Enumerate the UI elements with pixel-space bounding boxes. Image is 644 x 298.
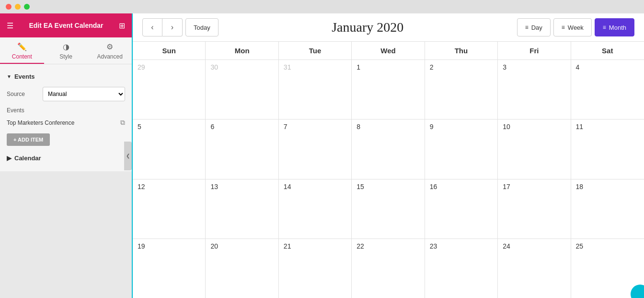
cal-cell-w0-d0[interactable]: 29 [133,60,206,119]
tab-content-label: Content [12,53,32,60]
calendar-grid: Sun Mon Tue Wed Thu Fri Sat 293031123456… [133,42,644,298]
style-tab-icon: ◑ [63,42,69,51]
cal-cell-w2-d6[interactable]: 18 [571,179,644,238]
today-button[interactable]: Today [185,18,218,36]
events-section-label: Events [14,73,35,80]
month-view-button[interactable]: ≡ Month [595,18,634,36]
cal-cell-w1-d3[interactable]: 8 [352,119,425,179]
day-header-thu: Thu [425,42,498,60]
grid-icon[interactable]: ⊞ [119,21,125,30]
cal-date: 10 [503,123,510,131]
cal-date: 13 [210,183,218,191]
cal-cell-w3-d3[interactable]: 22 [352,239,425,298]
cal-cell-w0-d2[interactable]: 31 [279,60,352,119]
event-item-name: Top Marketers Conference [7,119,74,126]
cal-date: 3 [503,63,506,71]
cal-date: 25 [576,242,584,250]
day-view-button[interactable]: ≡ Day [517,18,551,36]
cal-cell-w3-d4[interactable]: 23 [425,239,498,298]
cal-date: 9 [430,123,434,131]
cal-cell-w3-d1[interactable]: 20 [206,239,278,298]
menu-icon[interactable]: ☰ [7,21,13,30]
cal-cell-w0-d3[interactable]: 1 [352,60,425,119]
events-arrow-icon: ▼ [7,74,12,79]
cal-date: 15 [356,183,364,191]
collapse-chevron-icon: ❮ [126,153,130,158]
cal-cell-w1-d1[interactable]: 6 [206,119,278,179]
close-button[interactable] [6,4,12,10]
event-item-actions: ⧉ [120,119,125,127]
sidebar-wrapper: ☰ Edit EA Event Calendar ⊞ ✏️ Content ◑ … [0,13,132,298]
calendar-title: January 2020 [218,20,517,35]
cal-date: 4 [576,63,580,71]
source-select[interactable]: Manual Google Calendar iCal [43,87,125,101]
cal-cell-w2-d5[interactable]: 17 [498,179,571,238]
sidebar-content: ▼ Events Source Manual Google Calendar i… [0,64,132,171]
sidebar-title: Edit EA Event Calendar [29,22,103,29]
cal-cell-w1-d5[interactable]: 10 [498,119,571,179]
sidebar-collapse-handle[interactable]: ❮ [124,142,132,170]
window-chrome [0,0,644,13]
tab-style[interactable]: ◑ Style [44,37,88,64]
day-header-tue: Tue [279,42,352,60]
next-nav-button[interactable]: › [162,18,183,36]
cal-cell-w0-d6[interactable]: 4 [571,60,644,119]
calendar-weeks: 2930311234567891011121314151617181920212… [133,60,644,298]
cal-date: 5 [138,123,141,131]
cal-date: 6 [210,123,214,131]
events-section-header[interactable]: ▼ Events [0,69,132,84]
event-list-item: Top Marketers Conference ⧉ [0,116,132,130]
tab-content[interactable]: ✏️ Content [0,37,44,64]
day-view-icon: ≡ [525,24,529,31]
cal-date: 21 [284,242,291,250]
day-header-sun: Sun [133,42,206,60]
calendar-section-header[interactable]: ▶ Calendar [0,150,132,167]
cal-cell-w2-d3[interactable]: 15 [352,179,425,238]
cal-date: 8 [356,123,360,131]
cal-date: 14 [284,183,291,191]
cal-cell-w0-d4[interactable]: 2 [425,60,498,119]
content-tab-icon: ✏️ [17,42,27,51]
month-view-icon: ≡ [603,24,606,31]
week-view-label: Week [568,24,584,31]
cal-cell-w1-d2[interactable]: 7 [279,119,352,179]
cal-cell-w2-d0[interactable]: 12 [133,179,206,238]
add-item-button[interactable]: + ADD ITEM [7,133,50,146]
cal-cell-w0-d5[interactable]: 3 [498,60,571,119]
cal-cell-w2-d2[interactable]: 14 [279,179,352,238]
tab-advanced[interactable]: ⚙ Advanced [88,37,132,64]
calendar-section-label: Calendar [14,155,41,162]
cal-cell-w1-d0[interactable]: 5 [133,119,206,179]
maximize-button[interactable] [24,4,30,10]
duplicate-icon[interactable]: ⧉ [120,119,125,127]
cal-cell-w1-d6[interactable]: 11 [571,119,644,179]
cal-date: 1 [356,63,360,71]
day-header-mon: Mon [206,42,278,60]
calendar-week-3: 12131415161718 [133,179,644,239]
calendar-toolbar: ‹ › Today January 2020 ≡ Day ≡ Week ≡ Mo… [133,13,644,42]
cal-date: 23 [430,242,437,250]
source-label: Source [7,91,38,97]
week-view-icon: ≡ [562,24,565,31]
cal-cell-w0-d1[interactable]: 30 [206,60,278,119]
cal-date: 20 [210,242,218,250]
cal-date: 16 [430,183,437,191]
cal-cell-w3-d5[interactable]: 24 [498,239,571,298]
calendar-week-2: 567891011 [133,119,644,179]
cal-cell-w3-d0[interactable]: 19 [133,239,206,298]
day-headers-row: Sun Mon Tue Wed Thu Fri Sat [133,42,644,60]
prev-nav-button[interactable]: ‹ [142,18,162,36]
day-header-fri: Fri [498,42,571,60]
calendar-main: ‹ › Today January 2020 ≡ Day ≡ Week ≡ Mo… [132,13,644,298]
cal-date: 31 [284,63,291,71]
cal-date: 17 [503,183,510,191]
source-row: Source Manual Google Calendar iCal [0,84,132,104]
cal-date: 12 [138,183,145,191]
cal-cell-w2-d1[interactable]: 13 [206,179,278,238]
week-view-button[interactable]: ≡ Week [553,18,592,36]
cal-cell-w2-d4[interactable]: 16 [425,179,498,238]
cal-cell-w1-d4[interactable]: 9 [425,119,498,179]
cal-cell-w3-d2[interactable]: 21 [279,239,352,298]
view-buttons: ≡ Day ≡ Week ≡ Month [517,18,634,36]
minimize-button[interactable] [15,4,21,10]
